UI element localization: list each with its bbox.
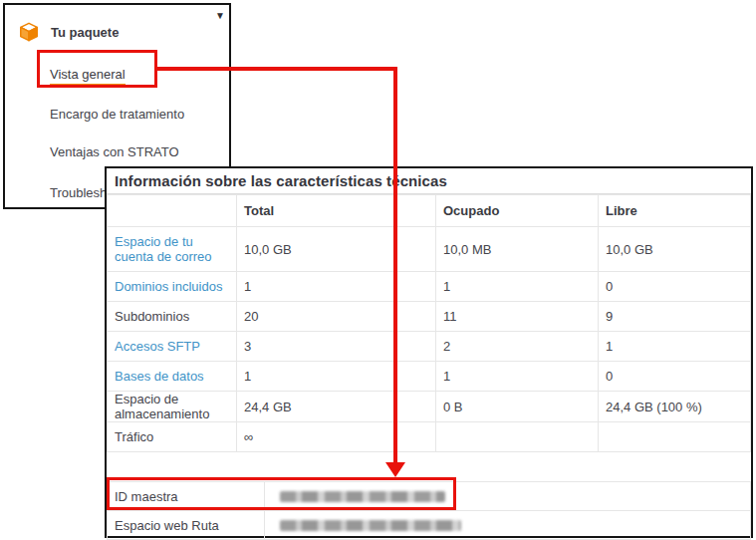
sidebar-item-vista-general[interactable]: Vista general <box>50 67 126 82</box>
account-details-table: ID maestra Espacio web Ruta <box>107 481 751 540</box>
link-espacio-cuenta-correo[interactable]: Espacio de tu cuenta de correo <box>115 234 212 264</box>
sidebar-header[interactable]: Tu paquete <box>17 19 219 45</box>
cell-ocupado: 0 B <box>436 392 599 422</box>
cell-total: 24,4 GB <box>237 392 436 422</box>
cell-ocupado <box>436 422 599 452</box>
cell-libre <box>599 422 751 452</box>
screenshot-canvas: Tu paquete ▼ Vista general Encargo de tr… <box>0 0 756 540</box>
tech-info-table: Total Ocupado Libre Espacio de tu cuenta… <box>107 194 751 452</box>
cell-ocupado: 11 <box>436 302 599 332</box>
link-accesos-sftp[interactable]: Accesos SFTP <box>115 339 200 354</box>
table-row-id-maestra: ID maestra <box>108 482 751 511</box>
redacted-value <box>280 520 461 531</box>
link-bases-de-datos[interactable]: Bases de datos <box>115 369 204 384</box>
cell-total: 10,0 GB <box>237 227 436 272</box>
cell-libre: 9 <box>599 302 751 332</box>
cell-libre: 0 <box>599 362 751 392</box>
sidebar-item-label: Ventajas con STRATO <box>50 144 179 159</box>
cell-total: 20 <box>237 302 436 332</box>
sidebar-title: Tu paquete <box>51 25 119 40</box>
table-row-espacio-cuenta-correo: Espacio de tu cuenta de correo 10,0 GB 1… <box>108 227 751 272</box>
cell-ocupado: 10,0 MB <box>436 227 599 272</box>
cell-total: ∞ <box>237 422 436 452</box>
label-id-maestra: ID maestra <box>108 482 265 511</box>
table-row-dominios-incluidos: Dominios incluidos 1 1 0 <box>108 272 751 302</box>
cell-total: 1 <box>237 362 436 392</box>
cell-espacio-web-ruta-value <box>265 511 751 540</box>
label-espacio-almacenamiento: Espacio de almacenamiento <box>115 392 209 421</box>
cell-total: 1 <box>237 272 436 302</box>
sidebar-item-encargo-de-tratamiento[interactable]: Encargo de tratamiento <box>50 107 184 122</box>
link-dominios-incluidos[interactable]: Dominios incluidos <box>115 279 222 294</box>
table-row-espacio-almacenamiento: Espacio de almacenamiento 24,4 GB 0 B 24… <box>108 392 751 422</box>
package-icon <box>17 20 41 44</box>
cell-ocupado: 2 <box>436 332 599 362</box>
cell-libre: 24,4 GB (100 %) <box>599 392 751 422</box>
label-trafico: Tráfico <box>115 429 153 444</box>
col-header-ocupado: Ocupado <box>436 195 599 227</box>
sidebar-item-label: Vista general <box>50 67 126 87</box>
panel-title: Información sobre las características té… <box>107 168 751 194</box>
sidebar-item-label: Encargo de tratamiento <box>50 107 184 122</box>
col-header-empty <box>108 195 237 227</box>
col-header-total: Total <box>237 195 436 227</box>
table-header-row: Total Ocupado Libre <box>108 195 751 227</box>
label-espacio-web-ruta: Espacio web Ruta <box>108 511 265 540</box>
redacted-value <box>280 491 445 502</box>
cell-id-maestra-value <box>265 482 751 511</box>
sidebar-item-ventajas-con-strato[interactable]: Ventajas con STRATO <box>50 144 179 159</box>
label-subdominios: Subdominios <box>115 309 189 324</box>
col-header-libre: Libre <box>599 195 751 227</box>
cell-ocupado: 1 <box>436 272 599 302</box>
cell-libre: 0 <box>599 272 751 302</box>
cell-libre: 1 <box>599 332 751 362</box>
table-row-espacio-web-ruta: Espacio web Ruta <box>108 511 751 540</box>
cell-total: 3 <box>237 332 436 362</box>
table-row-accesos-sftp: Accesos SFTP 3 2 1 <box>108 332 751 362</box>
table-row-subdominios: Subdominios 20 11 9 <box>108 302 751 332</box>
cell-libre: 10,0 GB <box>599 227 751 272</box>
table-row-bases-de-datos: Bases de datos 1 1 0 <box>108 362 751 392</box>
chevron-down-icon[interactable]: ▼ <box>215 10 225 21</box>
tech-info-panel: Información sobre las características té… <box>105 166 753 538</box>
section-gap <box>107 452 751 481</box>
cell-ocupado: 1 <box>436 362 599 392</box>
table-row-trafico: Tráfico ∞ <box>108 422 751 452</box>
